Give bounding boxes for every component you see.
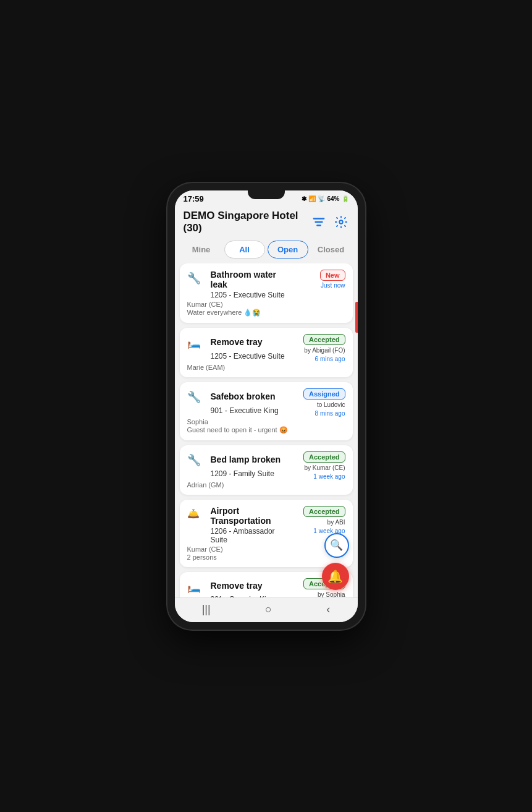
status-badge-accepted: Accepted xyxy=(303,506,345,517)
tab-bar: Mine All Open Closed xyxy=(175,238,358,263)
task-room: 201 - Superior King xyxy=(211,595,292,597)
task-title: Safebox broken xyxy=(211,391,292,401)
task-badge-area: Accepted by Abigail (FO) 6 mins ago xyxy=(296,334,345,362)
status-badge-assigned: Assigned xyxy=(303,388,345,400)
status-badge-new: New xyxy=(320,270,345,281)
fab-area: 🔍 🔔 xyxy=(322,533,349,590)
task-card-bathroom-leak[interactable]: 🔧 Bathroom water leak New Just now 1205 … xyxy=(180,263,353,323)
task-details: Sophia Guest need to open it - urgent 😡 xyxy=(187,418,292,434)
task-title: Remove tray xyxy=(211,337,292,347)
status-icons: ✱ 📶 📡 64% 🔋 xyxy=(302,195,348,202)
phone-screen: 17:59 ✱ 📶 📡 64% 🔋 DEMO Singapore Hotel (… xyxy=(175,190,358,622)
task-details: Marie (EAM) xyxy=(187,364,292,371)
task-icon-bed: 🛏️ xyxy=(187,334,207,351)
task-room: 1209 - Family Suite xyxy=(211,469,292,480)
side-indicator xyxy=(355,302,358,333)
task-assignee: Kumar (CE) xyxy=(187,301,292,308)
task-card-remove-tray-1[interactable]: 🛏️ Remove tray Accepted by Abigail (FO) … xyxy=(180,328,353,377)
signal-icon: 📡 xyxy=(318,195,325,202)
task-badge-sub: by ABI xyxy=(327,518,345,526)
task-assignee: Adrian (GM) xyxy=(187,481,292,489)
task-time: 8 mins ago xyxy=(315,410,345,417)
task-room: 1206 - Ambassador Suite xyxy=(211,527,292,544)
tab-open[interactable]: Open xyxy=(268,241,308,259)
page-title: DEMO Singapore Hotel (30) xyxy=(184,210,311,234)
task-details: Kumar (CE) Water everywhere 💧😭 xyxy=(187,301,292,317)
nav-menu-button[interactable]: ||| xyxy=(202,603,211,616)
svg-point-3 xyxy=(339,220,343,224)
tab-all[interactable]: All xyxy=(224,241,265,259)
task-room: 1205 - Executive Suite xyxy=(211,352,292,362)
tab-mine[interactable]: Mine xyxy=(181,241,222,259)
notch xyxy=(248,190,285,199)
task-time: 1 week ago xyxy=(313,473,345,480)
status-badge-accepted: Accepted xyxy=(303,334,345,345)
task-badge-sub: by Sophia xyxy=(318,591,345,597)
task-time: 6 mins ago xyxy=(315,356,345,362)
notification-fab-button[interactable]: 🔔 xyxy=(322,563,349,590)
task-badge-area: New Just now xyxy=(296,270,345,299)
task-assignee: Kumar (CE) xyxy=(187,545,292,553)
task-card-bed-lamp[interactable]: 🔧 Bed lamp broken Accepted by Kumar (CE)… xyxy=(180,445,353,495)
task-details: Adrian (GM) xyxy=(187,481,292,489)
task-assignee: Marie (EAM) xyxy=(187,364,292,371)
wifi-icon: 📶 xyxy=(308,195,316,202)
nav-back-button[interactable]: ‹ xyxy=(326,603,330,616)
header-icons xyxy=(311,214,349,230)
task-badge-area: Assigned to Ludovic 8 mins ago xyxy=(296,388,345,417)
task-icon-wrench: 🔧 xyxy=(187,388,207,406)
task-icon-bed: 🛏️ xyxy=(187,578,207,594)
task-room: 1205 - Executive Suite xyxy=(211,291,292,299)
status-time: 17:59 xyxy=(184,194,204,203)
task-note: 2 persons xyxy=(187,553,292,561)
status-badge-accepted: Accepted xyxy=(303,451,345,463)
bluetooth-icon: ✱ xyxy=(302,195,306,202)
task-icon-wrench: 🔧 xyxy=(187,270,207,289)
tab-closed[interactable]: Closed xyxy=(311,241,352,259)
task-time: Just now xyxy=(321,282,345,289)
settings-icon[interactable] xyxy=(333,214,349,230)
task-title: Bed lamp broken xyxy=(211,455,292,464)
filter-icon[interactable] xyxy=(311,214,327,230)
task-title: Bathroom water leak xyxy=(211,270,292,289)
task-card-safebox[interactable]: 🔧 Safebox broken Assigned to Ludovic 8 m… xyxy=(180,382,353,440)
task-note: Guest need to open it - urgent 😡 xyxy=(187,426,292,434)
task-badge-area: Accepted by Kumar (CE) 1 week ago xyxy=(296,451,345,480)
task-icon-bell: 🛎️ xyxy=(187,506,207,526)
task-room: 901 - Executive King xyxy=(211,406,292,417)
bottom-nav-bar: ||| ○ ‹ xyxy=(175,597,358,622)
task-title: Airport Transportation xyxy=(211,506,292,526)
battery-text: 64% xyxy=(327,195,339,202)
task-title: Remove tray xyxy=(211,581,292,591)
task-badge-sub: by Abigail (FO) xyxy=(304,346,345,354)
header: DEMO Singapore Hotel (30) xyxy=(175,205,358,238)
task-badge-sub: to Ludovic xyxy=(317,401,345,409)
battery-icon: 🔋 xyxy=(342,195,349,202)
task-icon-wrench: 🔧 xyxy=(187,451,207,469)
nav-home-button[interactable]: ○ xyxy=(265,603,272,616)
task-badge-sub: by Kumar (CE) xyxy=(304,464,345,472)
task-details: Kumar (CE) 2 persons xyxy=(187,545,292,561)
task-assignee: Sophia xyxy=(187,418,292,425)
phone-frame: 17:59 ✱ 📶 📡 64% 🔋 DEMO Singapore Hotel (… xyxy=(167,183,365,630)
search-fab-button[interactable]: 🔍 xyxy=(324,533,349,558)
task-note: Water everywhere 💧😭 xyxy=(187,309,292,317)
